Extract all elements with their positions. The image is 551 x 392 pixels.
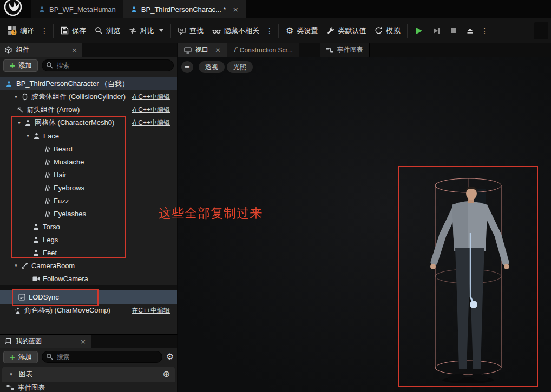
blueprint-person-icon xyxy=(5,81,12,88)
hide-unrelated-label: 隐藏不相关 xyxy=(224,26,259,36)
stop-button[interactable] xyxy=(445,22,462,40)
edit-in-cpp-link[interactable]: 在C++中编辑 xyxy=(132,118,170,128)
viewport-3d[interactable]: ≡ 透视 光照 xyxy=(178,57,551,392)
groom-icon xyxy=(42,171,51,178)
tree-item-cameraboom[interactable]: ▾ CameraBoom xyxy=(0,259,177,272)
tree-item-torso[interactable]: Torso xyxy=(0,220,177,233)
find-button[interactable]: 查找 xyxy=(174,22,208,40)
search-icon xyxy=(46,62,53,69)
tab-event-graph[interactable]: 事件图表 xyxy=(320,43,370,57)
components-panel-tabbar: 组件 × xyxy=(0,43,177,57)
tab-bp-wf-metahuman[interactable]: BP_WF_MetaHuman xyxy=(31,0,123,18)
components-panel: 组件 × + 添加 BP_ThirdPersonCharacter （自我） xyxy=(0,43,178,334)
tree-item-arrow[interactable]: 箭头组件 (Arrow) 在C++中编辑 xyxy=(0,103,177,116)
tree-item-collision-cylinder[interactable]: ▾ 胶囊体组件 (CollisionCylinder) 在C++中编辑 xyxy=(0,90,177,103)
separator xyxy=(53,24,54,38)
lit-mode-button[interactable]: 光照 xyxy=(227,61,253,73)
event-graph-list-item[interactable]: 事件图表 xyxy=(0,382,177,392)
expander-icon[interactable]: ▾ xyxy=(24,133,32,138)
browse-button[interactable]: 浏览 xyxy=(90,22,124,40)
eject-button[interactable] xyxy=(462,22,478,40)
character-movement-icon xyxy=(13,307,22,314)
perspective-label: 透视 xyxy=(205,63,218,72)
close-icon[interactable]: × xyxy=(80,337,86,346)
viewport-tabbar: 视口 × f Construction Scr... 事件图表 xyxy=(178,43,551,57)
my-blueprint-search-input[interactable] xyxy=(42,351,162,363)
expander-icon[interactable]: ▾ xyxy=(12,94,20,99)
tree-item-eyelashes[interactable]: Eyelashes xyxy=(0,207,177,220)
expander-icon[interactable]: ▾ xyxy=(12,263,20,268)
class-settings-label: 类设置 xyxy=(297,26,318,36)
viewport-menu-button[interactable]: ≡ xyxy=(181,61,193,73)
close-icon[interactable]: × xyxy=(71,46,77,54)
document-tabs: BP_WF_MetaHuman BP_ThirdPersonCharac... … xyxy=(31,0,246,18)
add-component-button[interactable]: + 添加 xyxy=(3,59,38,72)
components-search-input[interactable] xyxy=(42,59,174,71)
tree-item-lodsync-selected[interactable]: LODSync xyxy=(0,290,177,304)
save-button[interactable]: 保存 xyxy=(56,22,90,40)
tab-my-blueprint[interactable]: 我的蓝图 × xyxy=(0,335,91,348)
edit-in-cpp-link[interactable]: 在C++中编辑 xyxy=(132,92,170,102)
browse-label: 浏览 xyxy=(106,26,120,36)
tab-construction-script[interactable]: f Construction Scr... xyxy=(227,43,299,57)
close-icon[interactable]: × xyxy=(233,5,239,14)
tree-item-followcamera[interactable]: FollowCamera xyxy=(0,272,177,285)
compile-options-icon[interactable]: ⋮ xyxy=(38,26,50,35)
tree-item-hair[interactable]: Hair xyxy=(0,168,177,181)
toolbar-cutoff-button[interactable] xyxy=(534,22,548,39)
component-label: Feet xyxy=(43,249,57,257)
graphs-section-header[interactable]: ▾ 图表 ⊕ xyxy=(2,367,175,382)
hide-unrelated-options-icon[interactable]: ⋮ xyxy=(264,26,276,35)
glasses-icon xyxy=(212,28,221,34)
compile-label: 编译 xyxy=(20,26,34,36)
perspective-button[interactable]: 透视 xyxy=(199,61,225,73)
simulate-button[interactable]: 模拟 xyxy=(370,22,404,40)
frame-skip-button[interactable] xyxy=(428,22,445,40)
graphs-header-label: 图表 xyxy=(19,370,32,379)
blueprint-book-icon xyxy=(5,338,11,345)
diff-icon xyxy=(129,27,137,34)
tab-bp-thirdpersoncharacter[interactable]: BP_ThirdPersonCharac... * × xyxy=(123,0,246,18)
tree-item-face[interactable]: ▾ Face xyxy=(0,129,177,142)
tab-viewport[interactable]: 视口 × xyxy=(178,43,227,57)
tree-item-eyebrows[interactable]: Eyebrows xyxy=(0,181,177,194)
edit-in-cpp-link[interactable]: 在C++中编辑 xyxy=(132,306,170,315)
expander-icon[interactable]: ▾ xyxy=(15,120,23,125)
tree-item-charmovecomp[interactable]: 角色移动 (CharMoveComp) 在C++中编辑 xyxy=(0,304,177,317)
chevron-down-icon xyxy=(159,29,163,32)
tab-components[interactable]: 组件 × xyxy=(0,43,82,57)
tree-item-feet[interactable]: Feet xyxy=(0,246,177,259)
viewport-monitor-icon xyxy=(184,47,192,54)
tree-item-beard[interactable]: Beard xyxy=(0,142,177,155)
play-options-icon[interactable]: ⋮ xyxy=(478,26,490,35)
close-icon[interactable]: × xyxy=(215,46,221,54)
tree-root-bp-thirdpersoncharacter[interactable]: BP_ThirdPersonCharacter （自我） xyxy=(0,77,177,90)
diff-button[interactable]: 对比 xyxy=(124,22,168,40)
edit-in-cpp-link[interactable]: 在C++中编辑 xyxy=(132,105,170,115)
tree-item-mustache[interactable]: Mustache xyxy=(0,155,177,168)
my-blueprint-panel: 我的蓝图 × + 添加 ⚙ ▾ 图表 ⊕ xyxy=(0,334,178,392)
add-label: 添加 xyxy=(18,353,32,362)
component-label: Eyelashes xyxy=(54,210,86,218)
tab-label: 视口 xyxy=(195,45,208,55)
tab-label: 我的蓝图 xyxy=(16,337,42,346)
class-defaults-button[interactable]: 类默认值 xyxy=(322,22,370,40)
compile-button[interactable]: ? 编译 xyxy=(3,22,38,40)
add-graph-icon[interactable]: ⊕ xyxy=(163,370,170,378)
capsule-icon xyxy=(20,93,29,101)
add-blueprint-item-button[interactable]: + 添加 xyxy=(3,351,38,363)
arrow-icon xyxy=(15,107,24,113)
blueprint-person-icon xyxy=(38,6,45,13)
component-label: 胶囊体组件 (CollisionCylinder) xyxy=(31,92,126,102)
tree-item-character-mesh[interactable]: ▾ 网格体 (CharacterMesh0) 在C++中编辑 xyxy=(0,116,177,129)
hamburger-icon: ≡ xyxy=(185,63,191,71)
tree-item-legs[interactable]: Legs xyxy=(0,233,177,246)
expander-icon[interactable]: ▾ xyxy=(7,371,15,377)
settings-gear-icon[interactable]: ⚙ xyxy=(166,353,174,361)
unreal-logo-icon[interactable] xyxy=(2,0,24,18)
hide-unrelated-button[interactable]: 隐藏不相关 xyxy=(208,22,264,40)
spring-arm-icon xyxy=(20,262,29,269)
class-settings-button[interactable]: ⚙ 类设置 xyxy=(281,22,322,40)
tree-item-fuzz[interactable]: Fuzz xyxy=(0,194,177,207)
play-button[interactable] xyxy=(410,22,428,40)
